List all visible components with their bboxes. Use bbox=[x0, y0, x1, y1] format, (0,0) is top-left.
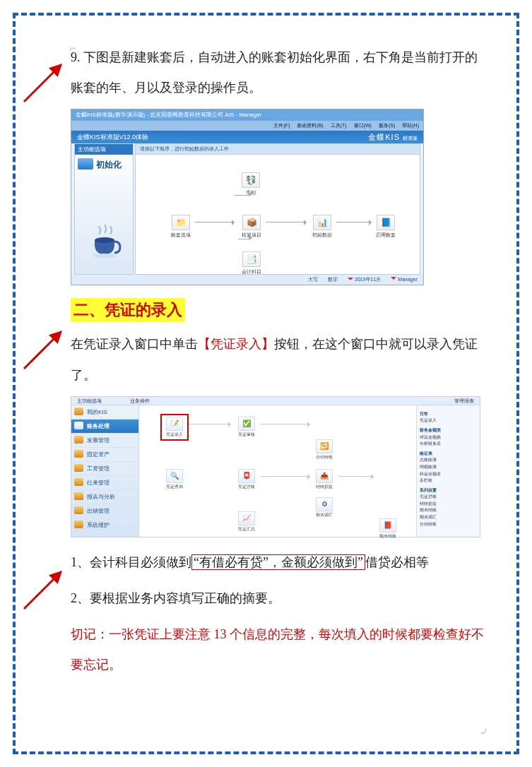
tab-biz[interactable]: 业务操作 bbox=[130, 398, 150, 404]
brand-ver: 标准版 bbox=[403, 136, 418, 141]
folder-icon bbox=[74, 478, 83, 486]
side-fixed-assets[interactable]: 固定资产 bbox=[71, 448, 138, 462]
node-voucher-post[interactable]: 📮凭证过账 bbox=[238, 469, 255, 490]
node-period-adjust[interactable]: ⚙期末调汇 bbox=[316, 497, 333, 518]
menu-tools[interactable]: 工具(T) bbox=[331, 122, 347, 129]
right-h4: 系列设置 bbox=[420, 487, 477, 494]
ss1-init-label: 初始化 bbox=[96, 159, 133, 171]
node-voucher-audit[interactable]: ✅凭证审核 bbox=[238, 417, 255, 438]
ss1-main: 请按以下顺序，进行初始数据的录入工作 💱币别 📁账套选项 📦核算项目 📊初始数据… bbox=[135, 143, 420, 275]
right-item[interactable]: 对应金额类 bbox=[420, 434, 477, 441]
voucher-entry-highlight: 【凭证录入】 bbox=[198, 337, 274, 351]
side-salary[interactable]: 工资管理 bbox=[71, 462, 138, 476]
tab-report[interactable]: 管理报表 bbox=[454, 398, 474, 404]
rule-1: 1、会计科目必须做到“有借必有贷”，金额必须做到”借贷必相等 bbox=[71, 547, 490, 578]
ss1-statusbar: 大写 数字 2019年11月 Manager bbox=[71, 275, 423, 285]
svg-point-3 bbox=[95, 237, 114, 243]
node-voucher-entry[interactable]: 📝凭证录入 bbox=[166, 417, 183, 438]
node-voucher-sum[interactable]: 📈凭证汇总 bbox=[238, 511, 255, 533]
book-icon bbox=[78, 158, 93, 170]
screenshot-voucher-window: 主功能选项 业务操作 管理报表 我的KIS 账务处理 发票管理 固定资产 工资管… bbox=[71, 396, 480, 537]
side-reports[interactable]: 报表与分析 bbox=[71, 490, 138, 504]
right-item[interactable]: 凭证过账 bbox=[420, 494, 477, 501]
ss1-sidebar-head: 主功能选项 bbox=[75, 144, 133, 155]
svg-line-1 bbox=[24, 332, 61, 369]
side-accounting[interactable]: 账务处理 bbox=[71, 420, 138, 434]
right-h2: 财务金额类 bbox=[420, 427, 477, 434]
right-item[interactable]: 总账账簿 bbox=[420, 457, 477, 464]
node-period-close[interactable]: 📕期末结账 bbox=[379, 518, 396, 540]
status-date: 2019年11月 bbox=[348, 276, 381, 283]
right-item[interactable]: 结转损益 bbox=[420, 501, 477, 508]
svg-line-0 bbox=[24, 65, 61, 102]
side-sysmaint[interactable]: 系统维护 bbox=[71, 518, 138, 533]
menu-file[interactable]: 文件(F) bbox=[273, 122, 290, 129]
ss1-sidebar: 主功能选项 初始化 bbox=[74, 143, 134, 275]
ss2-main: 📝凭证录入 ✅凭证审核 🔍凭证查询 📮凭证过账 📈凭证汇总 🔁自动转账 📤结转损… bbox=[139, 405, 416, 537]
side-invoice[interactable]: 发票管理 bbox=[71, 434, 138, 448]
paragraph-9: 9. 下图是新建账套后，自动进入的账套初始化界面，右下角是当前打开的账套的年、月… bbox=[71, 42, 490, 103]
calc-icon bbox=[74, 422, 83, 429]
menu-help[interactable]: 帮助(H) bbox=[402, 122, 419, 129]
ss2-rightcol: 日常 凭证录入 财务金额类 对应金额类 分析财务表 账证表 总账账簿 明细账簿 … bbox=[416, 405, 480, 537]
reminder-note: 切记：一张凭证上要注意 13 个信息的完整，每次填入的时候都要检查好不要忘记。 bbox=[71, 619, 490, 680]
section-2-heading: 二、凭证的录入 bbox=[71, 298, 185, 322]
caret-icon bbox=[348, 278, 353, 283]
folder-icon bbox=[74, 492, 83, 500]
ss1-main-head: 请按以下顺序，进行初始数据的录入工作 bbox=[136, 144, 420, 155]
right-item[interactable]: 期末调汇 bbox=[420, 514, 477, 521]
menu-basic[interactable]: 基础资料(B) bbox=[297, 122, 323, 129]
corner-mark-tl: ⌐ bbox=[69, 41, 76, 56]
menu-window[interactable]: 窗口(W) bbox=[354, 122, 372, 129]
ss1-menubar: 文件(F) 基础资料(B) 工具(T) 窗口(W) 服务(S) 帮助(H) bbox=[71, 121, 423, 131]
node-account-options[interactable]: 📁账套选项 bbox=[171, 215, 191, 239]
screenshot-init-window: 金蝶KIS标准版(教学演示版) - 北京冠唐网教育科技有限公司.AIS - Ma… bbox=[71, 109, 424, 285]
ss2-sidebar: 我的KIS 账务处理 发票管理 固定资产 工资管理 往来管理 报表与分析 出纳管… bbox=[71, 405, 139, 537]
annotation-arrow-2 bbox=[18, 325, 68, 374]
node-carry-pl[interactable]: 📤结转损益 bbox=[316, 469, 333, 490]
right-h3: 账证表 bbox=[420, 451, 477, 458]
status-num: 数字 bbox=[328, 276, 338, 283]
folder-icon bbox=[74, 408, 83, 415]
side-cashier[interactable]: 出纳管理 bbox=[71, 504, 138, 518]
caret-icon bbox=[391, 277, 396, 283]
rule-2: 2、要根据业务内容填写正确的摘要。 bbox=[71, 583, 490, 614]
ss1-titlebar: 金蝶KIS标准版(教学演示版) - 北京冠唐网教育科技有限公司.AIS - Ma… bbox=[71, 109, 423, 121]
ss2-tabs: 主功能选项 业务操作 管理报表 bbox=[71, 397, 480, 405]
folder-icon bbox=[74, 436, 83, 444]
right-h1: 日常 bbox=[420, 411, 477, 418]
svg-line-2 bbox=[24, 572, 61, 609]
right-item[interactable]: 多栏账 bbox=[420, 477, 477, 484]
node-auto-transfer[interactable]: 🔁自动转账 bbox=[316, 439, 333, 460]
status-user: Manager bbox=[391, 277, 418, 283]
corner-mark-br: ⌏ bbox=[480, 725, 491, 740]
brand-right: 金蝶KIS bbox=[368, 133, 400, 141]
right-item[interactable]: 明细账簿 bbox=[420, 464, 477, 471]
node-voucher-query[interactable]: 🔍凭证查询 bbox=[166, 469, 183, 490]
folder-icon bbox=[74, 506, 83, 514]
tab-main[interactable]: 主功能选项 bbox=[77, 398, 102, 404]
node-accounts[interactable]: 📑会计科目 bbox=[242, 251, 261, 275]
right-item[interactable]: 科目余额表 bbox=[420, 471, 477, 478]
paragraph-voucher-entry: 在凭证录入窗口中单击【凭证录入】按钮，在这个窗口中就可以录入凭证了。 bbox=[71, 329, 490, 390]
right-item[interactable]: 期末结账 bbox=[420, 507, 477, 514]
annotation-arrow-3 bbox=[18, 565, 68, 614]
folder-icon bbox=[74, 464, 83, 472]
side-receivables[interactable]: 往来管理 bbox=[71, 476, 138, 490]
node-enable-set[interactable]: 📘启用账套 bbox=[376, 215, 396, 239]
side-mykis[interactable]: 我的KIS bbox=[71, 405, 138, 420]
folder-icon bbox=[74, 521, 83, 528]
node-init-data[interactable]: 📊初始数据 bbox=[312, 215, 332, 239]
right-item[interactable]: 凭证录入 bbox=[420, 417, 477, 424]
status-caps: 大写 bbox=[308, 276, 318, 283]
right-item[interactable]: 自动转账 bbox=[420, 521, 477, 528]
rule-1-highlight: “有借必有贷”，金额必须做到” bbox=[191, 554, 365, 570]
node-audit-items[interactable]: 📦核算项目 bbox=[242, 215, 261, 239]
ss1-brandbar: 金蝶KIS标准版V12.0体验 金蝶KIS标准版 bbox=[71, 131, 423, 143]
coffee-cup-icon bbox=[85, 220, 124, 260]
menu-service[interactable]: 服务(S) bbox=[379, 122, 395, 129]
brand-left: 金蝶KIS标准版V12.0体验 bbox=[77, 133, 148, 142]
folder-icon bbox=[74, 450, 83, 458]
annotation-arrow-1 bbox=[18, 58, 68, 107]
right-item[interactable]: 分析财务表 bbox=[420, 441, 477, 448]
